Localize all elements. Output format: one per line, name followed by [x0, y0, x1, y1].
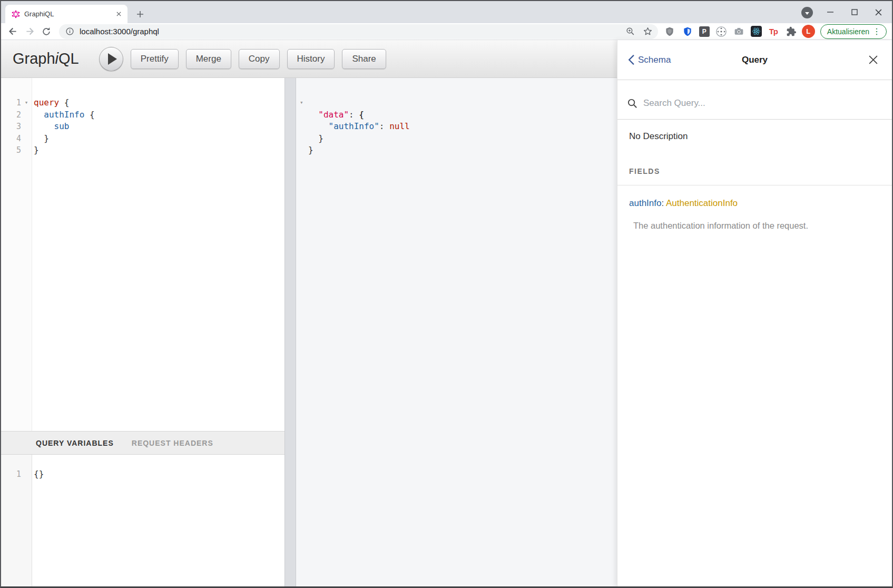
history-button[interactable]: History	[287, 49, 335, 69]
browser-tab[interactable]: GraphiQL	[5, 5, 127, 23]
browser-window: GraphiQL	[0, 0, 893, 588]
tab-strip: GraphiQL	[1, 1, 892, 23]
react-devtools-extension-icon[interactable]	[751, 26, 762, 37]
extensions-row: P	[663, 25, 798, 38]
minimize-button[interactable]	[822, 4, 838, 20]
graphiql-logo: GraphiQL	[13, 50, 79, 67]
close-button[interactable]	[870, 4, 886, 20]
line-number: 1	[1, 468, 21, 481]
code-line: 1 ▾ query {	[1, 97, 284, 109]
code-line: "authInfo": null	[308, 121, 617, 133]
code-line: 2 authInfo {	[1, 109, 284, 121]
forward-button[interactable]	[22, 24, 37, 39]
code-line: "data": {	[308, 109, 617, 121]
reload-button[interactable]	[39, 24, 54, 39]
play-icon	[108, 53, 117, 65]
code-line: }	[308, 144, 617, 156]
share-button[interactable]: Share	[342, 49, 386, 69]
pane-resize-handle[interactable]	[284, 78, 296, 586]
p-extension-icon[interactable]: P	[699, 26, 710, 37]
field-type-link[interactable]: AuthenticationInfo	[666, 198, 738, 208]
camera-extension-icon[interactable]	[733, 25, 745, 38]
field-name-link[interactable]: authInfo	[629, 198, 661, 208]
doc-close-icon[interactable]	[868, 55, 878, 65]
doc-explorer: Schema Query No Description FIELDS	[617, 40, 892, 586]
fold-arrow-icon[interactable]: ▾	[300, 97, 303, 109]
prettify-button[interactable]: Prettify	[131, 49, 179, 69]
field-description: The authentication information of the re…	[629, 219, 877, 232]
doc-explorer-header: Schema Query	[617, 40, 892, 80]
code-line: 3 sub	[1, 121, 284, 133]
query-editor[interactable]: 1 ▾ query { 2 authInfo { 3 sub 4	[1, 78, 284, 431]
line-number: 5	[1, 144, 21, 156]
page-info-icon[interactable]	[65, 27, 74, 36]
maximize-button[interactable]	[847, 4, 862, 20]
doc-search-bar	[617, 80, 892, 120]
merge-button[interactable]: Merge	[186, 49, 231, 69]
type-description: No Description	[629, 130, 877, 143]
tab-title: GraphiQL	[24, 10, 114, 18]
zoom-icon[interactable]	[625, 26, 635, 36]
bookmark-star-icon[interactable]	[643, 26, 653, 36]
search-icon	[627, 98, 638, 109]
variables-editor[interactable]: 1 {}	[1, 455, 284, 586]
doc-back-label: Schema	[638, 55, 671, 65]
capture-extension-icon[interactable]	[715, 25, 728, 38]
graphql-favicon-icon	[12, 10, 20, 18]
line-number: 4	[1, 133, 21, 145]
code-line: 4 }	[1, 133, 284, 145]
tp-extension-icon[interactable]: Tp	[767, 25, 780, 38]
profile-avatar[interactable]: L	[802, 25, 815, 38]
back-button[interactable]	[5, 24, 20, 39]
new-tab-button[interactable]	[134, 8, 146, 21]
extensions-puzzle-icon[interactable]	[785, 25, 798, 38]
line-number: 2	[1, 109, 21, 121]
update-button[interactable]: Aktualisieren ⋮	[820, 24, 887, 39]
code-line: }	[308, 133, 617, 145]
browser-toolbar: localhost:3000/graphql	[1, 23, 892, 40]
field-item: authInfo: AuthenticationInfo	[629, 197, 877, 210]
fold-arrow-icon[interactable]: ▾	[21, 97, 32, 109]
line-number: 3	[1, 121, 21, 133]
doc-back-link[interactable]: Schema	[628, 55, 671, 65]
tab-query-variables[interactable]: QUERY VARIABLES	[36, 439, 114, 447]
menu-kebab-icon[interactable]: ⋮	[869, 26, 884, 36]
code-line: ▾{	[308, 97, 617, 109]
line-number: 1	[1, 97, 21, 109]
secondary-editor-titlebar: QUERY VARIABLES REQUEST HEADERS	[1, 431, 284, 455]
execute-button[interactable]	[99, 47, 123, 71]
tab-close-icon[interactable]	[114, 9, 123, 19]
graphiql-page: GraphiQL Prettify Merge Copy History Sha…	[1, 40, 892, 586]
bitwarden-extension-icon[interactable]	[681, 25, 694, 38]
code-line: 1 {}	[1, 468, 284, 481]
graphiql-topbar: GraphiQL Prettify Merge Copy History Sha…	[1, 40, 617, 78]
copy-button[interactable]: Copy	[239, 49, 280, 69]
code-line: 5 }	[1, 144, 284, 156]
url-text[interactable]: localhost:3000/graphql	[80, 27, 159, 36]
doc-explorer-body: No Description FIELDS authInfo: Authenti…	[617, 130, 892, 232]
fields-divider	[617, 185, 892, 185]
doc-search-input[interactable]	[643, 98, 881, 109]
ublock-extension-icon[interactable]	[663, 25, 676, 38]
tab-search-icon[interactable]	[801, 7, 813, 18]
tab-request-headers[interactable]: REQUEST HEADERS	[132, 439, 213, 447]
update-button-label: Aktualisieren	[827, 27, 869, 36]
url-bar[interactable]: localhost:3000/graphql	[59, 24, 658, 39]
result-viewer: ▾{ "data": { "authInfo": null } }	[296, 78, 617, 586]
fields-heading: FIELDS	[629, 167, 877, 175]
